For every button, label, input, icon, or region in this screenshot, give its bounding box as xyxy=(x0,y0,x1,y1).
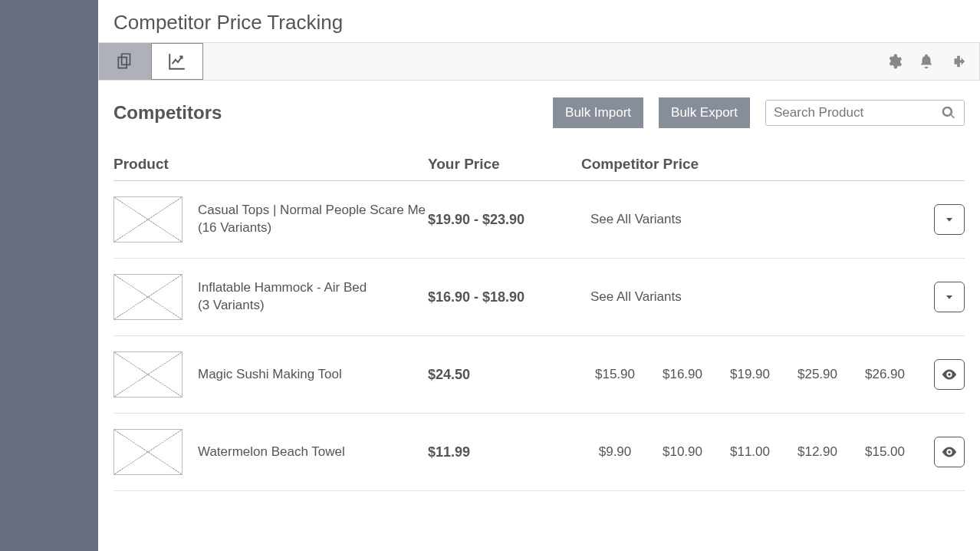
bell-icon[interactable] xyxy=(918,53,935,70)
chart-tab[interactable] xyxy=(151,43,203,80)
view-row-button[interactable] xyxy=(934,359,965,390)
competitor-price-value: $12.90 xyxy=(784,444,851,460)
view-row-button[interactable] xyxy=(934,437,965,467)
header-product: Product xyxy=(113,156,428,173)
see-all-variants-link[interactable]: See All Variants xyxy=(581,212,682,227)
your-price-value: $16.90 - $18.90 xyxy=(428,289,525,305)
copy-icon xyxy=(115,51,135,71)
competitor-price-value: $26.90 xyxy=(851,367,919,382)
bulk-import-button[interactable]: Bulk Import xyxy=(553,97,643,128)
table-row: Magic Sushi Making Tool$24.50$15.90$16.9… xyxy=(113,336,965,414)
competitor-price-value: $15.00 xyxy=(851,444,919,460)
your-price-value: $24.50 xyxy=(428,367,470,383)
expand-row-button[interactable] xyxy=(934,204,965,235)
main-content: Competitor Price Tracking Competitors Bu… xyxy=(98,0,980,551)
table-row: Casual Tops | Normal People Scare Me(16 … xyxy=(113,181,965,259)
subheader: Competitors Bulk Import Bulk Export xyxy=(98,81,980,136)
table-row: Watermelon Beach Towel$11.99$9.90$10.90$… xyxy=(113,414,965,491)
product-thumbnail xyxy=(113,274,183,320)
copy-tab[interactable] xyxy=(99,43,151,80)
table-header: Product Your Price Competitor Price xyxy=(113,136,965,181)
competitor-price-value: $11.00 xyxy=(716,444,784,460)
gear-icon[interactable] xyxy=(886,53,903,70)
competitor-price-value: $9.90 xyxy=(581,444,649,460)
header-competitor-price: Competitor Price xyxy=(581,156,919,173)
search-icon[interactable] xyxy=(941,105,956,120)
competitor-price-value: $10.90 xyxy=(649,444,716,460)
product-thumbnail xyxy=(113,196,183,243)
search-product-wrap xyxy=(765,100,965,126)
product-name: Magic Sushi Making Tool xyxy=(198,366,342,384)
toolbar xyxy=(98,42,980,81)
caret-down-icon xyxy=(943,213,955,226)
subheader-title: Competitors xyxy=(113,102,222,124)
see-all-variants-link[interactable]: See All Variants xyxy=(581,289,682,305)
competitor-price-value: $19.90 xyxy=(716,367,784,382)
product-thumbnail xyxy=(113,351,183,398)
competitor-price-value: $15.90 xyxy=(581,367,649,382)
competitor-prices: $9.90$10.90$11.00$12.90$15.00 xyxy=(581,444,919,460)
competitor-price-value: $16.90 xyxy=(649,367,716,382)
your-price-value: $19.90 - $23.90 xyxy=(428,212,525,228)
product-thumbnail xyxy=(113,429,183,475)
product-variants-count: (16 Variants) xyxy=(198,219,426,237)
caret-down-icon xyxy=(943,291,955,303)
eye-icon xyxy=(941,444,958,460)
competitor-prices: $15.90$16.90$19.90$25.90$26.90 xyxy=(581,367,919,382)
bulk-export-button[interactable]: Bulk Export xyxy=(659,97,750,128)
sidebar xyxy=(0,0,98,551)
page-title: Competitor Price Tracking xyxy=(98,0,980,42)
product-variants-count: (3 Variants) xyxy=(198,297,367,315)
chart-trend-icon xyxy=(167,51,187,71)
header-your-price: Your Price xyxy=(428,156,581,173)
your-price-value: $11.99 xyxy=(428,444,470,460)
logout-icon[interactable] xyxy=(950,53,967,70)
expand-row-button[interactable] xyxy=(934,282,965,312)
competitor-price-value: $25.90 xyxy=(784,367,851,382)
product-name: Inflatable Hammock - Air Bed xyxy=(198,279,367,297)
eye-icon xyxy=(941,366,958,383)
product-name: Casual Tops | Normal People Scare Me xyxy=(198,202,426,219)
competitors-table: Product Your Price Competitor Price Casu… xyxy=(98,136,980,491)
table-row: Inflatable Hammock - Air Bed(3 Variants)… xyxy=(113,259,965,336)
search-input[interactable] xyxy=(774,105,941,120)
product-name: Watermelon Beach Towel xyxy=(198,444,345,461)
